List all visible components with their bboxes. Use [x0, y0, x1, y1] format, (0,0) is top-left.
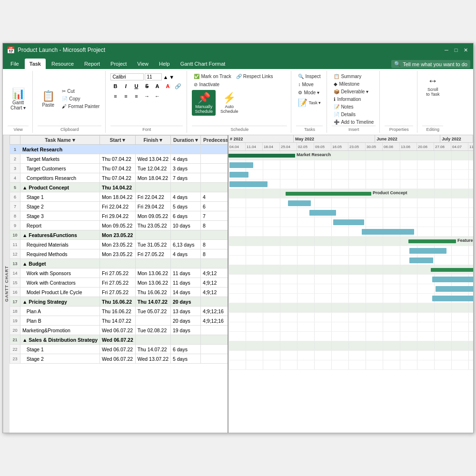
table-row[interactable]: 13 ▲ Budget	[10, 259, 229, 268]
col-header-finish[interactable]: Finish ▾	[135, 136, 170, 145]
table-row[interactable]: 19 Plan B Thu 14.07.22 20 days 4;9;12;16	[10, 316, 229, 326]
table-row[interactable]: 14 Work with Sponsors Fri 27.05.22 Mon 1…	[10, 268, 229, 278]
table-row[interactable]: 22 Stage 1 Wed 06.07.22 Thu 14.07.22 6 d…	[10, 345, 229, 354]
gantt-bar[interactable]	[409, 248, 446, 254]
information-button[interactable]: ℹ Information	[332, 96, 376, 103]
table-row[interactable]: 12 Required Methods Mon 23.05.22 Fri 27.…	[10, 249, 229, 259]
gantt-bar[interactable]	[362, 229, 414, 235]
gantt-bar[interactable]	[409, 258, 433, 263]
bold-button[interactable]: B	[110, 82, 120, 90]
gantt-bar[interactable]	[432, 296, 473, 301]
col-header-task-name[interactable]: Task Name ▾	[20, 136, 100, 145]
tab-gantt-format[interactable]: Gantt Chart Format	[176, 59, 230, 69]
gantt-bar[interactable]	[288, 200, 311, 206]
tab-project[interactable]: Project	[106, 59, 131, 69]
bg-color-button[interactable]: A	[152, 82, 162, 90]
italic-button[interactable]: I	[121, 82, 130, 90]
table-row[interactable]: 18 Plan A Thu 16.06.22 Tue 05.07.22 13 d…	[10, 307, 229, 316]
table-row[interactable]: 17 ▲ Pricing Strategy Thu 16.06.22 Thu 1…	[10, 297, 229, 307]
scroll-to-task-button[interactable]: ↔ Scrollto Task	[422, 73, 443, 99]
grid-line	[383, 160, 383, 169]
table-row[interactable]: 2 Target Markets Thu 07.04.22 Wed 13.04.…	[10, 154, 229, 164]
search-bar[interactable]: 🔍 Tell me what you want to do	[391, 60, 470, 68]
respect-links-button[interactable]: 🔗 Respect Links	[234, 73, 275, 80]
table-row[interactable]: 21 ▲ Sales & Distribution Strategy Wed 0…	[10, 335, 229, 345]
gantt-chart-button[interactable]: 📊 GanttChart ▾	[8, 86, 29, 112]
link-button[interactable]: 🔗	[173, 82, 183, 90]
move-button[interactable]: ↕ Move	[296, 81, 323, 88]
minimize-button[interactable]: ─	[443, 46, 450, 54]
table-row[interactable]: 11 Required Materials Mon 23.05.22 Tue 3…	[10, 240, 229, 249]
gantt-bar[interactable]	[333, 219, 364, 225]
copy-button[interactable]: 📄 Copy	[60, 95, 101, 102]
grid-line	[348, 360, 349, 369]
grid-line	[383, 351, 383, 360]
summary-button[interactable]: 📋 Summary	[332, 73, 376, 80]
gantt-bar[interactable]	[228, 154, 295, 158]
col-header-start[interactable]: Start ▾	[100, 136, 136, 145]
gantt-bar[interactable]	[229, 181, 268, 187]
underline-button[interactable]: U	[131, 82, 141, 90]
table-row[interactable]: 3 Target Customers Thu 07.04.22 Tue 12.0…	[10, 164, 229, 173]
align-left-button[interactable]: ≡	[110, 92, 120, 100]
table-row[interactable]: 5 ▲ Product Concept Thu 14.04.22	[10, 183, 229, 192]
table-row[interactable]: 10 ▲ Features&Functions Mon 23.05.22	[10, 230, 229, 240]
tab-report[interactable]: Report	[79, 59, 105, 69]
indent-decrease-button[interactable]: ←	[152, 92, 162, 100]
table-row[interactable]: 1 Market Research	[10, 145, 229, 154]
table-row[interactable]: 6 Stage 1 Mon 18.04.22 Fri 22.04.22 4 da…	[10, 192, 229, 202]
align-right-button[interactable]: ≡	[131, 92, 141, 100]
task-pred-cell: 4;9;12	[201, 288, 228, 297]
table-row[interactable]: 4 Competitors Research Thu 07.04.22 Mon …	[10, 173, 229, 183]
table-row[interactable]: 15 Work with Contractors Fri 27.05.22 Mo…	[10, 278, 229, 288]
gantt-bar[interactable]	[229, 162, 253, 168]
task-button[interactable]: 📝 Task ▾	[296, 97, 323, 108]
table-row[interactable]: 9 Report Mon 09.05.22 Thu 23.05.22 10 da…	[10, 221, 229, 230]
paste-button[interactable]: 📋 Paste	[38, 88, 59, 109]
col-header-predecessors[interactable]: Predecessors ▾	[201, 136, 228, 145]
inactivate-button[interactable]: ⊘ Inactivate	[192, 81, 221, 88]
gantt-bar[interactable]	[432, 277, 473, 282]
tab-resource[interactable]: Resource	[47, 59, 79, 69]
tab-file[interactable]: File	[6, 59, 24, 69]
table-row[interactable]: 20 Marketing&Promotion Wed 06.07.22 Tue …	[10, 326, 229, 335]
gantt-bar[interactable]	[309, 210, 336, 216]
font-size-increment-icon[interactable]: ▲	[163, 74, 168, 80]
table-row[interactable]: 7 Stage 2 Fri 22.04.22 Fri 29.04.22 5 da…	[10, 202, 229, 211]
milestone-button[interactable]: ◆ Milestone	[332, 80, 376, 88]
maximize-button[interactable]: □	[452, 46, 460, 54]
format-painter-button[interactable]: 🖌 Format Painter	[60, 103, 101, 110]
strikethrough-button[interactable]: S̶	[142, 82, 151, 90]
deliverable-button[interactable]: 📦 Deliverable ▾	[332, 88, 376, 95]
gantt-bar[interactable]	[431, 268, 473, 272]
font-size-decrement-icon[interactable]: ▼	[169, 74, 174, 80]
tab-help[interactable]: Help	[154, 59, 175, 69]
gantt-bar[interactable]	[436, 286, 473, 292]
ribbon-group-clipboard: 📋 Paste ✂ Cut 📄 Copy 🖌 Format Painter	[36, 71, 106, 133]
table-row[interactable]: 8 Stage 3 Fri 29.04.22 Mon 09.05.22 6 da…	[10, 211, 229, 221]
details-button[interactable]: 📄 Details	[332, 111, 376, 118]
align-center-button[interactable]: ≡	[121, 92, 130, 100]
auto-schedule-button[interactable]: ⚡ AutoSchedule	[218, 90, 241, 116]
gantt-bar[interactable]	[408, 239, 456, 243]
close-button[interactable]: ✕	[462, 46, 469, 54]
add-to-timeline-button[interactable]: ➕ Add to Timeline	[332, 119, 376, 126]
mode-button[interactable]: ⚙ Mode ▾	[296, 89, 323, 96]
col-header-duration[interactable]: Duration ▾	[170, 136, 200, 145]
tab-view[interactable]: View	[132, 59, 153, 69]
font-size-input[interactable]	[145, 73, 162, 80]
gantt-bar[interactable]	[229, 172, 248, 178]
indent-increase-button[interactable]: →	[142, 92, 151, 100]
table-row[interactable]: 16 Model Product Life Cycle Fri 27.05.22…	[10, 288, 229, 297]
font-name-input[interactable]	[110, 73, 144, 80]
notes-button[interactable]: 📝 Notes	[332, 103, 376, 110]
cut-button[interactable]: ✂ Cut	[60, 88, 101, 95]
font-color-button[interactable]: A	[163, 82, 172, 90]
tab-task[interactable]: Task	[25, 59, 46, 69]
task-name-cell: Required Materials	[20, 240, 100, 249]
gantt-bar[interactable]	[286, 192, 371, 196]
table-row[interactable]: 23 Stage 2 Wed 06.07.22 Wed 13.07.22 5 d…	[10, 354, 229, 364]
mark-on-track-button[interactable]: ✅ Mark on Track	[192, 73, 233, 80]
manually-schedule-button[interactable]: 📌 ManuallySchedule	[192, 90, 216, 116]
inspect-button[interactable]: 🔍 Inspect	[296, 73, 323, 80]
